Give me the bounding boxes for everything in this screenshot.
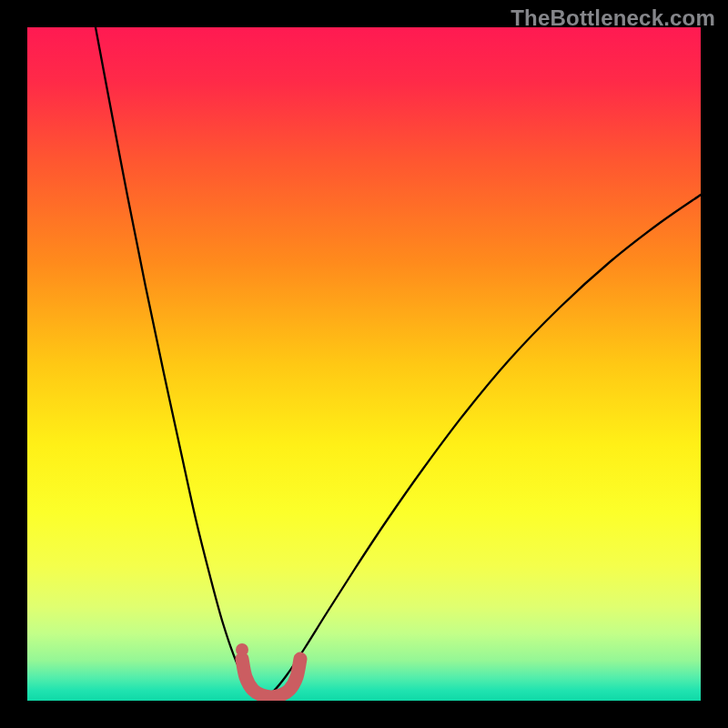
right-valley-curve bbox=[264, 195, 701, 697]
curves-layer bbox=[27, 27, 701, 701]
valley-marker bbox=[242, 659, 300, 697]
valley-marker-dot bbox=[236, 643, 248, 656]
chart-frame: TheBottleneck.com bbox=[0, 0, 728, 728]
left-valley-curve bbox=[96, 27, 264, 697]
plot-area bbox=[27, 27, 701, 701]
watermark-text: TheBottleneck.com bbox=[511, 5, 715, 31]
